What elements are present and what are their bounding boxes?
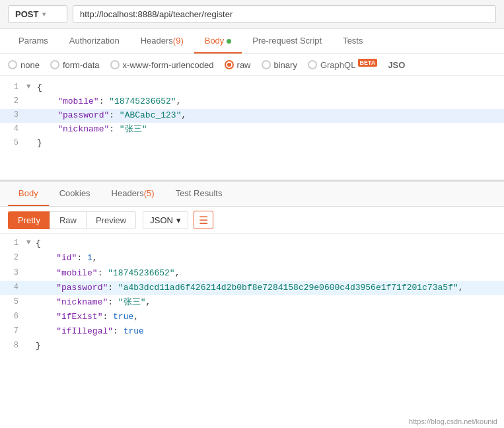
response-toolbar: Pretty Raw Preview JSON ▾ ☰ [0,207,504,234]
format-dropdown[interactable]: JSON ▾ [143,211,194,229]
radio-label-binary: binary [274,60,297,70]
request-tabs: Params Authorization Headers(9) Body Pre… [0,29,504,54]
resp-btn-pretty[interactable]: Pretty [8,211,50,229]
resp-line-3: 3 "mobile": "18745236652", [0,266,504,281]
req-line-2: 2 "mobile": "18745236652", [0,95,504,109]
resp-btn-preview[interactable]: Preview [86,211,136,229]
request-code-editor[interactable]: 1 ▼ { 2 "mobile": "18745236652", 3 "pass… [0,76,504,182]
beta-badge: BETA [358,59,378,67]
radio-label-none: none [20,60,40,70]
radio-binary[interactable]: binary [262,60,297,70]
tab-tests[interactable]: Tests [332,29,373,54]
response-tabs: Body Cookies Headers(5) Test Results [0,182,504,207]
method-label: POST [15,9,38,19]
radio-label-form-data: form-data [63,60,100,70]
req-line-5: 5 } [0,137,504,151]
format-chevron: ▾ [176,215,181,225]
tab-pre-request[interactable]: Pre-request Script [242,29,332,54]
radio-circle-none [8,60,17,69]
wrap-button[interactable]: ☰ [194,211,213,229]
resp-tab-headers[interactable]: Headers(5) [101,182,165,206]
radio-label-graphql: GraphQL BETA [320,59,377,70]
response-code-editor[interactable]: 1 ▼ { 2 "id": 1, 3 "mobile": "1874523665… [0,234,504,363]
json-format-label: JSO [388,60,405,70]
footer-watermark: https://blog.csdn.net/kounid [409,417,497,425]
body-type-row: none form-data x-www-form-urlencoded raw… [0,54,504,76]
radio-circle-raw [225,60,234,69]
radio-circle-form-data [50,60,59,69]
radio-none[interactable]: none [8,60,40,70]
resp-line-4: 4 "password": "a4b3dcd11ad6f426214d2b0bf… [0,281,504,295]
radio-urlencoded[interactable]: x-www-form-urlencoded [110,60,214,70]
resp-line-8: 8 } [0,339,504,353]
method-select[interactable]: POST ▾ [8,5,67,23]
resp-btn-raw[interactable]: Raw [50,211,86,229]
tab-params[interactable]: Params [8,29,59,54]
radio-raw[interactable]: raw [225,60,251,70]
radio-circle-binary [262,60,271,69]
radio-graphql[interactable]: GraphQL BETA [308,59,377,70]
format-label: JSON [150,215,173,225]
resp-tab-cookies[interactable]: Cookies [49,182,101,206]
radio-label-urlencoded: x-www-form-urlencoded [123,60,214,70]
radio-circle-graphql [308,60,317,69]
tab-body[interactable]: Body [194,29,242,54]
wrap-icon: ☰ [199,214,208,227]
resp-line-1: 1 ▼ { [0,236,504,251]
radio-form-data[interactable]: form-data [50,60,100,70]
body-dot [227,39,231,44]
req-line-1: 1 ▼ { [0,81,504,95]
radio-label-raw: raw [237,60,251,70]
resp-line-7: 7 "ifIllegal": true [0,324,504,339]
response-section: Body Cookies Headers(5) Test Results Pre… [0,182,504,363]
resp-line-2: 2 "id": 1, [0,251,504,266]
resp-tab-body[interactable]: Body [8,182,49,206]
resp-line-6: 6 "ifExist": true, [0,310,504,324]
radio-circle-urlencoded [110,60,120,69]
tab-headers[interactable]: Headers(9) [130,29,194,54]
resp-tab-test-results[interactable]: Test Results [165,182,233,206]
resp-line-5: 5 "nickname": "张三", [0,295,504,310]
req-line-3: 3 "password": "ABCabc_123", [0,109,504,123]
req-line-4: 4 "nickname": "张三" [0,123,504,137]
url-bar: POST ▾ [0,0,504,29]
method-chevron: ▾ [42,11,46,18]
tab-authorization[interactable]: Authorization [59,29,130,54]
url-input[interactable] [73,5,496,23]
